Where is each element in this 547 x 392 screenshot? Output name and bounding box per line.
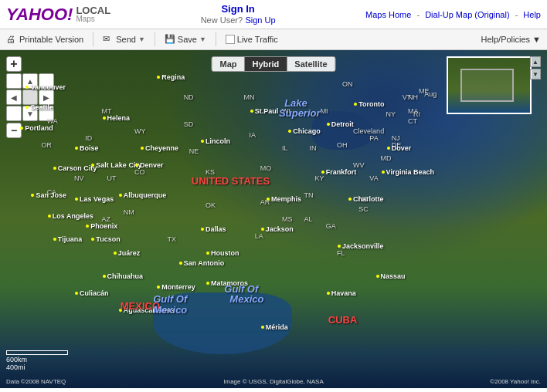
city-dot-merida — [261, 326, 264, 329]
pan-up-right-button[interactable] — [39, 73, 54, 89]
header: YAHOO! LOCAL Maps Sign In New User? Sign… — [0, 0, 547, 29]
city-dot-lincoln — [201, 140, 204, 143]
pan-down-left-button[interactable] — [6, 106, 22, 121]
city-dot-boise — [75, 147, 78, 150]
city-dot-st-paul — [250, 110, 253, 113]
zoom-out-button[interactable]: − — [6, 123, 22, 138]
save-icon — [165, 34, 175, 45]
city-dot-matamoros — [206, 282, 209, 285]
send-icon — [103, 34, 114, 45]
pan-up-button[interactable]: ▲ — [22, 73, 38, 89]
pan-left-button[interactable]: ◀ — [6, 90, 22, 105]
pan-down-button[interactable]: ▼ — [22, 106, 38, 121]
printable-btn[interactable]: Printable Version — [6, 34, 83, 45]
city-dot-cheyenne — [141, 147, 144, 150]
toolbar-separator3 — [216, 32, 216, 46]
scale-mi: 400mi — [6, 363, 68, 371]
scale-bar: 600km 400mi — [6, 350, 68, 371]
city-dot-tucson — [91, 238, 94, 241]
mini-map-background — [448, 58, 530, 113]
map-type-satellite-button[interactable]: Satellite — [287, 57, 335, 71]
city-dot-helena — [103, 117, 106, 120]
live-traffic-area: Live Traffic — [226, 35, 278, 44]
save-btn[interactable]: Save ▼ — [165, 34, 206, 45]
city-dot-juarez — [114, 252, 117, 255]
scroll-down-button[interactable]: ▼ — [530, 69, 541, 79]
scale-line-km — [6, 350, 68, 355]
pan-up-left-button[interactable] — [6, 73, 22, 89]
live-traffic-checkbox[interactable] — [226, 35, 235, 44]
mini-map-scroll: ▲ ▼ — [530, 56, 541, 79]
city-dot-salt-lake — [91, 164, 94, 167]
city-dot-albuquerque — [119, 194, 122, 197]
city-dot-monterrey — [157, 286, 160, 289]
yahoo-logo: YAHOO! — [6, 5, 73, 25]
city-dot-san-jose — [31, 194, 34, 197]
city-dot-jacksonville — [338, 245, 341, 248]
city-dot-phoenix — [86, 225, 89, 228]
logo-area: YAHOO! LOCAL Maps — [6, 5, 110, 25]
city-dot-jackson — [261, 228, 264, 231]
sign-up-link[interactable]: Sign Up — [245, 15, 275, 25]
help-link[interactable]: Help — [523, 10, 541, 19]
sign-in-link[interactable]: Sign In — [221, 3, 254, 15]
city-dot-memphis — [267, 198, 270, 201]
nav-separator2: - — [515, 10, 521, 19]
city-dot-tijuana — [53, 238, 56, 241]
toolbar: Printable Version Send ▼ Save ▼ Live Tra… — [0, 29, 547, 50]
help-arrow-icon: ▼ — [532, 35, 541, 44]
header-center: Sign In New User? Sign Up — [201, 3, 276, 25]
print-icon — [6, 34, 17, 45]
pan-down-right-button[interactable] — [39, 106, 54, 121]
new-user-label: New User? — [201, 15, 243, 25]
mini-map — [447, 56, 532, 114]
city-dot-regina — [157, 76, 160, 79]
live-traffic-label: Live Traffic — [237, 35, 278, 44]
city-dot-san-antonio — [179, 262, 182, 265]
city-dot-chihuahua — [103, 275, 106, 278]
help-policies-btn[interactable]: Help/Policies ▼ — [481, 35, 541, 44]
toolbar-separator2 — [155, 32, 155, 46]
map-controls: + ▲ ◀ ▶ ▼ − — [6, 56, 54, 138]
scroll-up-button[interactable]: ▲ — [530, 56, 541, 67]
city-dot-detroit — [327, 123, 330, 126]
send-arrow-icon: ▼ — [138, 35, 145, 43]
save-label: Save — [178, 35, 197, 44]
send-label: Send — [116, 35, 136, 44]
city-dot-portland — [20, 127, 23, 130]
send-btn[interactable]: Send ▼ — [103, 34, 145, 45]
city-dot-denver — [135, 164, 138, 167]
map-type-map-button[interactable]: Map — [212, 57, 244, 71]
city-dot-dover — [387, 147, 390, 150]
copyright-navteq: Data ©2008 NAVTEQ — [6, 378, 66, 385]
map-container[interactable]: + ▲ ◀ ▶ ▼ − Map Hybrid Satellite ▲ ▼ Van… — [0, 50, 547, 388]
mini-map-viewport — [460, 69, 514, 102]
maps-home-link[interactable]: Maps Home — [365, 10, 411, 19]
pan-center — [22, 90, 38, 105]
pan-controls: ▲ ◀ ▶ ▼ — [6, 73, 54, 121]
toolbar-separator — [93, 32, 93, 46]
city-dot-frankfort — [321, 171, 324, 174]
nav-separator: - — [416, 10, 422, 19]
city-dot-houston — [206, 252, 209, 255]
printable-label: Printable Version — [19, 35, 83, 44]
pan-right-button[interactable]: ▶ — [39, 90, 54, 105]
city-dot-los-angeles — [48, 215, 51, 218]
scale-km: 600km — [6, 356, 68, 363]
city-dot-toronto — [354, 103, 357, 106]
zoom-in-button[interactable]: + — [6, 56, 22, 72]
yahoo-credit: ©2008 Yahoo! Inc. — [490, 378, 541, 385]
city-dot-aguas — [119, 309, 122, 312]
city-dot-seattle — [25, 106, 29, 109]
city-dot-charlotte — [348, 198, 352, 201]
gulf-of-mexico — [153, 292, 292, 354]
dialup-link[interactable]: Dial-Up Map (Original) — [425, 10, 509, 19]
map-type-hybrid-button[interactable]: Hybrid — [244, 57, 287, 71]
image-credit: Image © USGS, DigitalGlobe, NASA — [223, 378, 324, 385]
local-maps: LOCAL Maps — [76, 5, 110, 23]
city-dot-vancouver — [25, 86, 29, 89]
city-dot-chicago — [288, 130, 291, 133]
map-type-buttons: Map Hybrid Satellite — [211, 56, 335, 72]
city-dot-havana — [327, 292, 330, 295]
save-arrow-icon: ▼ — [199, 35, 206, 43]
